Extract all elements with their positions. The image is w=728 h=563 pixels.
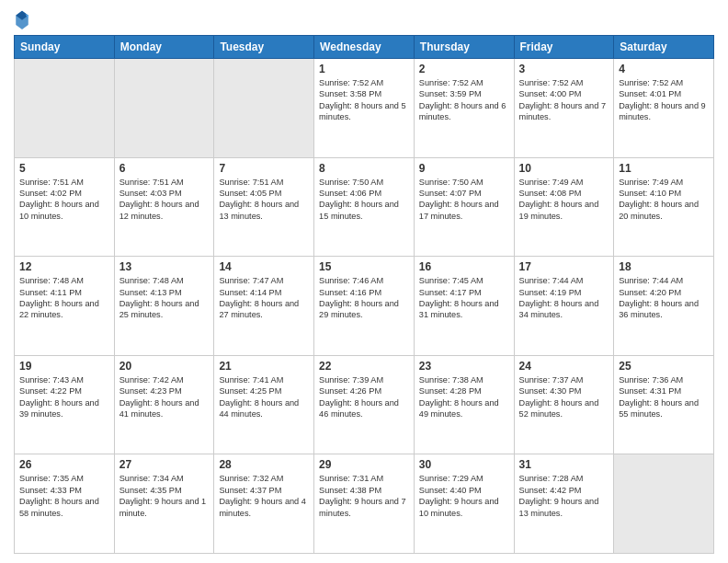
day-info: Sunrise: 7:52 AM Sunset: 3:58 PM Dayligh… <box>319 77 409 123</box>
calendar-cell: 2Sunrise: 7:52 AM Sunset: 3:59 PM Daylig… <box>414 59 514 158</box>
calendar-cell: 1Sunrise: 7:52 AM Sunset: 3:58 PM Daylig… <box>314 59 415 158</box>
week-row-4: 26Sunrise: 7:35 AM Sunset: 4:33 PM Dayli… <box>15 454 714 554</box>
day-number: 2 <box>419 63 509 75</box>
logo-icon <box>14 9 30 29</box>
calendar-cell: 7Sunrise: 7:51 AM Sunset: 4:05 PM Daylig… <box>214 157 314 257</box>
day-number: 8 <box>319 162 409 175</box>
calendar-cell <box>614 454 714 554</box>
day-info: Sunrise: 7:37 AM Sunset: 4:30 PM Dayligh… <box>519 374 609 420</box>
calendar-cell: 18Sunrise: 7:44 AM Sunset: 4:20 PM Dayli… <box>614 257 714 356</box>
calendar-cell: 24Sunrise: 7:37 AM Sunset: 4:30 PM Dayli… <box>514 355 614 454</box>
calendar-cell: 15Sunrise: 7:46 AM Sunset: 4:16 PM Dayli… <box>314 257 415 356</box>
calendar-cell: 21Sunrise: 7:41 AM Sunset: 4:25 PM Dayli… <box>214 355 314 454</box>
header-wednesday: Wednesday <box>314 36 415 59</box>
day-info: Sunrise: 7:48 AM Sunset: 4:13 PM Dayligh… <box>119 275 210 321</box>
calendar-table: SundayMondayTuesdayWednesdayThursdayFrid… <box>14 35 714 554</box>
day-number: 15 <box>319 260 409 273</box>
calendar-cell: 14Sunrise: 7:47 AM Sunset: 4:14 PM Dayli… <box>214 257 314 356</box>
calendar-cell: 9Sunrise: 7:50 AM Sunset: 4:07 PM Daylig… <box>414 157 514 257</box>
header-thursday: Thursday <box>414 36 514 59</box>
header-row: SundayMondayTuesdayWednesdayThursdayFrid… <box>15 36 714 59</box>
day-info: Sunrise: 7:32 AM Sunset: 4:37 PM Dayligh… <box>219 473 309 519</box>
day-number: 17 <box>519 260 609 273</box>
calendar-cell: 20Sunrise: 7:42 AM Sunset: 4:23 PM Dayli… <box>114 355 214 454</box>
day-number: 27 <box>119 458 210 471</box>
day-number: 5 <box>19 162 109 175</box>
day-number: 31 <box>519 458 609 471</box>
calendar-cell: 10Sunrise: 7:49 AM Sunset: 4:08 PM Dayli… <box>514 157 614 257</box>
week-row-3: 19Sunrise: 7:43 AM Sunset: 4:22 PM Dayli… <box>15 355 714 454</box>
week-row-0: 1Sunrise: 7:52 AM Sunset: 3:58 PM Daylig… <box>15 59 714 158</box>
day-info: Sunrise: 7:49 AM Sunset: 4:10 PM Dayligh… <box>619 177 709 223</box>
day-info: Sunrise: 7:29 AM Sunset: 4:40 PM Dayligh… <box>419 473 509 519</box>
day-number: 11 <box>619 162 709 175</box>
day-number: 28 <box>219 458 309 471</box>
day-number: 10 <box>519 162 609 175</box>
day-info: Sunrise: 7:41 AM Sunset: 4:25 PM Dayligh… <box>219 374 309 420</box>
calendar-cell <box>214 59 314 158</box>
calendar-cell: 19Sunrise: 7:43 AM Sunset: 4:22 PM Dayli… <box>15 355 115 454</box>
day-info: Sunrise: 7:31 AM Sunset: 4:38 PM Dayligh… <box>319 473 409 519</box>
day-info: Sunrise: 7:50 AM Sunset: 4:06 PM Dayligh… <box>319 177 409 223</box>
day-info: Sunrise: 7:51 AM Sunset: 4:02 PM Dayligh… <box>19 177 109 223</box>
day-info: Sunrise: 7:42 AM Sunset: 4:23 PM Dayligh… <box>119 374 210 420</box>
calendar-cell: 29Sunrise: 7:31 AM Sunset: 4:38 PM Dayli… <box>314 454 415 554</box>
day-info: Sunrise: 7:52 AM Sunset: 3:59 PM Dayligh… <box>419 77 509 123</box>
day-info: Sunrise: 7:44 AM Sunset: 4:20 PM Dayligh… <box>619 275 709 321</box>
calendar-cell: 5Sunrise: 7:51 AM Sunset: 4:02 PM Daylig… <box>15 157 115 257</box>
header-monday: Monday <box>114 36 214 59</box>
calendar-cell: 4Sunrise: 7:52 AM Sunset: 4:01 PM Daylig… <box>614 59 714 158</box>
day-info: Sunrise: 7:39 AM Sunset: 4:26 PM Dayligh… <box>319 374 409 420</box>
week-row-2: 12Sunrise: 7:48 AM Sunset: 4:11 PM Dayli… <box>15 257 714 356</box>
calendar-cell: 3Sunrise: 7:52 AM Sunset: 4:00 PM Daylig… <box>514 59 614 158</box>
day-info: Sunrise: 7:52 AM Sunset: 4:00 PM Dayligh… <box>519 77 609 123</box>
header-tuesday: Tuesday <box>214 36 314 59</box>
calendar-cell: 27Sunrise: 7:34 AM Sunset: 4:35 PM Dayli… <box>114 454 214 554</box>
day-info: Sunrise: 7:35 AM Sunset: 4:33 PM Dayligh… <box>19 473 109 519</box>
day-number: 16 <box>419 260 509 273</box>
header-saturday: Saturday <box>614 36 714 59</box>
day-info: Sunrise: 7:44 AM Sunset: 4:19 PM Dayligh… <box>519 275 609 321</box>
day-number: 23 <box>419 360 509 373</box>
calendar-cell: 13Sunrise: 7:48 AM Sunset: 4:13 PM Dayli… <box>114 257 214 356</box>
calendar-cell: 26Sunrise: 7:35 AM Sunset: 4:33 PM Dayli… <box>15 454 115 554</box>
day-info: Sunrise: 7:28 AM Sunset: 4:42 PM Dayligh… <box>519 473 609 519</box>
calendar-cell: 6Sunrise: 7:51 AM Sunset: 4:03 PM Daylig… <box>114 157 214 257</box>
day-number: 6 <box>119 162 210 175</box>
header-friday: Friday <box>514 36 614 59</box>
page: SundayMondayTuesdayWednesdayThursdayFrid… <box>0 0 728 563</box>
calendar-header: SundayMondayTuesdayWednesdayThursdayFrid… <box>15 36 714 59</box>
calendar-cell: 25Sunrise: 7:36 AM Sunset: 4:31 PM Dayli… <box>614 355 714 454</box>
day-number: 21 <box>219 360 309 373</box>
day-info: Sunrise: 7:36 AM Sunset: 4:31 PM Dayligh… <box>619 374 709 420</box>
day-info: Sunrise: 7:46 AM Sunset: 4:16 PM Dayligh… <box>319 275 409 321</box>
header-sunday: Sunday <box>15 36 115 59</box>
day-number: 7 <box>219 162 309 175</box>
day-number: 1 <box>319 63 409 75</box>
day-info: Sunrise: 7:52 AM Sunset: 4:01 PM Dayligh… <box>619 77 709 123</box>
day-number: 12 <box>19 260 109 273</box>
calendar-cell <box>114 59 214 158</box>
calendar-cell: 11Sunrise: 7:49 AM Sunset: 4:10 PM Dayli… <box>614 157 714 257</box>
day-info: Sunrise: 7:51 AM Sunset: 4:05 PM Dayligh… <box>219 177 309 223</box>
day-number: 30 <box>419 458 509 471</box>
day-number: 25 <box>619 360 709 373</box>
calendar-cell <box>15 59 115 158</box>
calendar-cell: 23Sunrise: 7:38 AM Sunset: 4:28 PM Dayli… <box>414 355 514 454</box>
day-number: 9 <box>419 162 509 175</box>
calendar-cell: 16Sunrise: 7:45 AM Sunset: 4:17 PM Dayli… <box>414 257 514 356</box>
calendar-cell: 17Sunrise: 7:44 AM Sunset: 4:19 PM Dayli… <box>514 257 614 356</box>
day-number: 29 <box>319 458 409 471</box>
day-number: 13 <box>119 260 210 273</box>
day-number: 4 <box>619 63 709 75</box>
calendar-cell: 22Sunrise: 7:39 AM Sunset: 4:26 PM Dayli… <box>314 355 415 454</box>
day-number: 14 <box>219 260 309 273</box>
calendar-cell: 12Sunrise: 7:48 AM Sunset: 4:11 PM Dayli… <box>15 257 115 356</box>
day-info: Sunrise: 7:48 AM Sunset: 4:11 PM Dayligh… <box>19 275 109 321</box>
day-info: Sunrise: 7:38 AM Sunset: 4:28 PM Dayligh… <box>419 374 509 420</box>
calendar-cell: 28Sunrise: 7:32 AM Sunset: 4:37 PM Dayli… <box>214 454 314 554</box>
calendar-cell: 30Sunrise: 7:29 AM Sunset: 4:40 PM Dayli… <box>414 454 514 554</box>
day-number: 20 <box>119 360 210 373</box>
day-info: Sunrise: 7:43 AM Sunset: 4:22 PM Dayligh… <box>19 374 109 420</box>
day-info: Sunrise: 7:50 AM Sunset: 4:07 PM Dayligh… <box>419 177 509 223</box>
